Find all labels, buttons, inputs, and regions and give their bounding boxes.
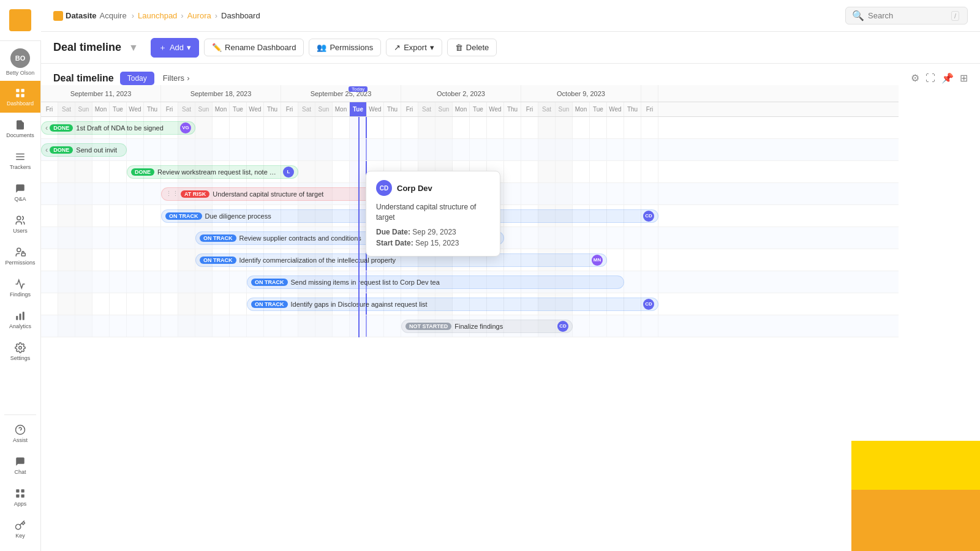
rename-button[interactable]: ✏️ Rename Dashboard (204, 39, 304, 56)
task-bar[interactable]: NOT STARTEDFinalize findingsCD (401, 320, 573, 333)
export-button[interactable]: ↗ Export ▾ (386, 39, 442, 56)
day-cell: Tue (590, 102, 607, 116)
search-input[interactable] (868, 11, 948, 20)
sidebar-item-qa-label: Q&A (14, 196, 26, 202)
qa-icon (14, 182, 26, 195)
task-bar[interactable]: ON TRACKSend missing items in request li… (247, 276, 624, 289)
sidebar-item-findings-label: Findings (10, 291, 31, 298)
filters-arrow: › (187, 73, 189, 83)
tooltip-start-date: Start Date: Sep 15, 2023 (376, 239, 490, 247)
tooltip-description: Understand capital structure of target (376, 202, 490, 223)
sidebar-item-users[interactable]: Users (0, 208, 40, 240)
svg-rect-10 (16, 316, 18, 320)
settings-tool-icon[interactable]: ⚙ (911, 72, 919, 84)
sidebar-item-chat[interactable]: Chat (0, 449, 40, 481)
dashboard-icon (14, 87, 26, 99)
day-cell: Tue (230, 102, 247, 116)
sidebar-item-key[interactable]: Key (0, 513, 40, 545)
day-cell: Thu (144, 102, 161, 116)
collapse-arrow[interactable]: ‹ (45, 145, 48, 154)
task-bar[interactable]: ‹DONESend out invit (41, 143, 127, 157)
permissions-label: Permissions (330, 43, 373, 52)
assist-icon (14, 424, 26, 436)
breadcrumb-project[interactable]: Aurora (187, 11, 211, 20)
breadcrumb-launchpad[interactable]: Launchpad (138, 11, 177, 20)
sidebar-item-findings[interactable]: Findings (0, 272, 40, 304)
sidebar-item-analytics[interactable]: Analytics (0, 304, 40, 335)
svg-rect-12 (23, 312, 24, 320)
divider (4, 414, 37, 415)
export-icon: ↗ (394, 43, 401, 52)
apps-icon (14, 487, 26, 500)
day-cell: Sat (178, 102, 195, 116)
sidebar-item-dashboard[interactable]: Dashboard (0, 81, 40, 113)
search-shortcut: / (951, 11, 959, 21)
avatar: MN (592, 255, 603, 266)
brand-product: Acquire (100, 11, 127, 20)
brand-icon (9, 9, 31, 31)
day-cell: Wed (127, 102, 144, 116)
timeline-container: Deal timeline Today Filters › ⚙ ⛶ 📌 ⊞ S (41, 64, 980, 551)
status-badge: ON TRACK (200, 234, 236, 242)
day-cell: Thu (624, 102, 641, 116)
grid-icon[interactable]: ⊞ (960, 72, 968, 84)
task-row: ‹DONE1st Draft of NDA to be signedVG (41, 117, 899, 139)
sidebar-item-apps[interactable]: Apps (0, 481, 40, 513)
fullscreen-icon[interactable]: ⛶ (925, 73, 935, 84)
sidebar-item-settings[interactable]: Settings (0, 335, 40, 367)
sidebar-item-trackers[interactable]: Trackers (0, 144, 40, 176)
task-bar[interactable]: ON TRACKIdentify gaps in Disclosure agai… (247, 298, 658, 311)
breadcrumb-current: Dashboard (221, 11, 260, 20)
avatar: L (283, 167, 294, 178)
sidebar-item-dashboard-label: Dashboard (7, 100, 34, 107)
task-bar[interactable]: DONEReview workstream request list, note… (127, 165, 298, 179)
tooltip-team-name: Corp Dev (397, 184, 432, 193)
status-badge: AT RISK (181, 190, 209, 198)
tooltip-due-date: Due Date: Sep 29, 2023 (376, 228, 490, 236)
svg-rect-2 (16, 94, 19, 97)
documents-icon (14, 119, 26, 131)
collapse-arrow[interactable]: ‹ (45, 123, 48, 132)
svg-rect-1 (21, 89, 24, 92)
status-badge: ON TRACK (251, 279, 288, 286)
search-bar[interactable]: 🔍 / (845, 7, 968, 24)
week-label: September 11, 2023 (41, 85, 161, 102)
sidebar-item-users-label: Users (13, 228, 28, 234)
task-label: Finalize findings (454, 323, 555, 330)
analytics-icon (14, 310, 26, 322)
sidebar-item-assist[interactable]: Assist (0, 418, 40, 449)
sidebar-item-assist-label: Assist (13, 437, 28, 443)
pin-icon[interactable]: 📌 (941, 72, 954, 84)
status-badge: ON TRACK (165, 212, 202, 220)
user-profile[interactable]: BO Betty Olson (6, 41, 35, 81)
sidebar-item-settings-label: Settings (10, 355, 31, 361)
key-icon (14, 519, 26, 531)
drag-handle[interactable]: ⋮⋮ (165, 190, 179, 198)
avatar: CD (557, 321, 568, 332)
add-button[interactable]: ＋ Add ▾ (151, 38, 199, 58)
task-bar[interactable]: ‹DONE1st Draft of NDA to be signedVG (41, 121, 195, 135)
day-cell: Sun (435, 102, 453, 116)
day-cell: Fri (641, 102, 658, 116)
add-icon: ＋ (159, 42, 167, 53)
week-label: October 2, 2023 (401, 85, 521, 102)
delete-button[interactable]: 🗑 Delete (447, 39, 497, 56)
task-label: Identify gaps in Disclosure against requ… (291, 301, 641, 308)
brand: Datasite Acquire (53, 11, 127, 21)
day-cell: Wed (487, 102, 504, 116)
sidebar-item-permissions[interactable]: Permissions (0, 240, 40, 272)
sidebar-item-documents[interactable]: Documents (0, 113, 40, 144)
permissions-button[interactable]: 👥 Permissions (309, 39, 381, 56)
title-dropdown-icon[interactable]: ▼ (129, 42, 138, 53)
today-button[interactable]: Today (120, 72, 154, 85)
sidebar-item-qa[interactable]: Q&A (0, 176, 40, 208)
day-cell: Fri (281, 102, 298, 116)
task-row: ‹DONESend out invit (41, 139, 899, 161)
filters-button[interactable]: Filters › (158, 71, 195, 85)
task-row: ON TRACKSend missing items in request li… (41, 271, 899, 293)
permissions-icon: 👥 (317, 43, 326, 52)
sidebar-item-key-label: Key (15, 533, 25, 539)
status-badge: DONE (131, 168, 154, 176)
day-cell: Sun (556, 102, 573, 116)
rename-icon: ✏️ (212, 43, 222, 52)
